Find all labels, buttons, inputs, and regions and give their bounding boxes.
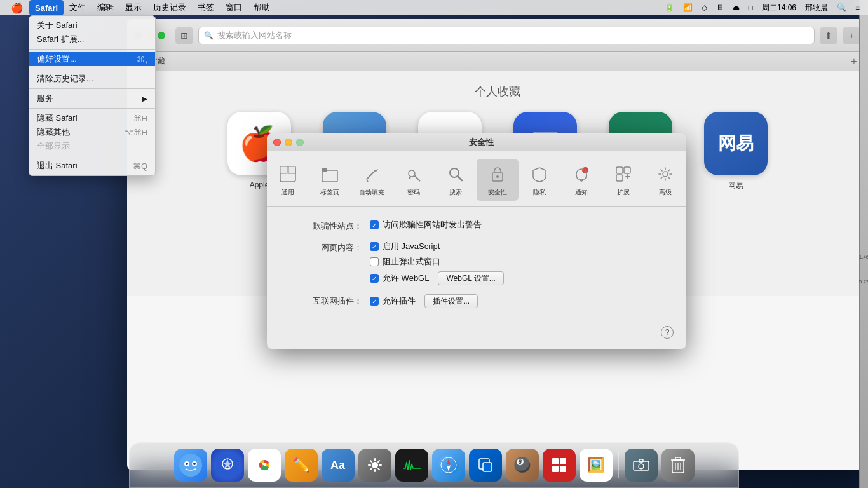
- dock-brush[interactable]: ✏️: [285, 449, 318, 482]
- svg-point-21: [663, 172, 668, 177]
- svg-rect-18: [616, 167, 623, 173]
- pref-tab-autofill[interactable]: 自动填充: [351, 159, 393, 201]
- autofill-icon: [360, 163, 383, 186]
- address-bar[interactable]: 🔍 搜索或输入网站名称: [198, 27, 815, 44]
- pref-tab-advanced[interactable]: 高级: [644, 159, 686, 201]
- dock-screencapture[interactable]: [625, 449, 658, 482]
- dock-trash[interactable]: [661, 449, 695, 482]
- dock-safari[interactable]: [432, 449, 465, 482]
- history-menu-item[interactable]: 历史记录: [147, 0, 192, 15]
- share-button[interactable]: ⬆: [820, 27, 837, 44]
- menu-separator-1: [29, 49, 155, 50]
- pref-close-button[interactable]: [273, 139, 281, 146]
- search-icon: 🔍: [204, 31, 214, 40]
- pref-minimize-button[interactable]: [285, 139, 292, 146]
- address-placeholder: 搜索或输入网站名称: [217, 30, 292, 41]
- pref-tab-tabs[interactable]: 标签页: [309, 159, 351, 201]
- pref-tab-search[interactable]: 搜索: [435, 159, 477, 201]
- notification-icon[interactable]: ≡: [852, 0, 863, 15]
- svg-rect-38: [483, 463, 492, 471]
- view-menu-item[interactable]: 显示: [119, 0, 147, 15]
- svg-line-9: [415, 176, 420, 181]
- dock-activity[interactable]: [395, 449, 428, 482]
- search-icon[interactable]: 🔍: [834, 0, 850, 15]
- fav-item-163[interactable]: 网易 网易: [695, 112, 777, 191]
- svg-rect-48: [675, 458, 681, 460]
- security-section: 欺骗性站点： ✓ 访问欺骗性网站时发出警告 网页内容： ✓ 启用 JavaScr…: [286, 219, 667, 308]
- svg-rect-1: [280, 166, 287, 173]
- dock-dictionary[interactable]: Aa: [322, 449, 355, 482]
- allow-webgl-label: 允许 WebGL: [383, 273, 429, 284]
- maximize-button[interactable]: [158, 32, 165, 39]
- svg-point-45: [639, 464, 644, 469]
- fraud-site-label: 欺骗性站点：: [286, 219, 362, 232]
- pref-tab-security[interactable]: 安全性: [477, 159, 519, 201]
- menu-separator-4: [29, 108, 155, 109]
- svg-rect-19: [624, 167, 630, 173]
- services-item[interactable]: 服务 ▶: [29, 92, 155, 105]
- tabs-icon: [318, 163, 341, 186]
- plugin-settings-button[interactable]: 插件设置...: [424, 294, 478, 308]
- pref-tab-notifications[interactable]: 通知: [560, 159, 602, 201]
- new-tab-button[interactable]: +: [843, 27, 860, 44]
- svg-rect-44: [639, 459, 643, 462]
- about-safari-item[interactable]: 关于 Safari: [29, 18, 155, 32]
- svg-point-8: [409, 170, 415, 177]
- allow-webgl-checkbox[interactable]: ✓: [370, 274, 379, 283]
- user-name: 邢牧晨: [802, 0, 831, 15]
- svg-rect-41: [552, 466, 559, 472]
- block-popup-checkbox[interactable]: [370, 257, 379, 266]
- dock-marble[interactable]: 🎱: [506, 449, 539, 482]
- webgl-row: ✓ 允许 WebGL WebGL 设置...: [370, 271, 504, 285]
- dock-preview[interactable]: 🖼️: [580, 449, 613, 482]
- pref-zoom-button[interactable]: [296, 139, 304, 146]
- window-menu-item[interactable]: 窗口: [220, 0, 248, 15]
- safari-dropdown-menu: 关于 Safari Safari 扩展... 偏好设置... ⌘, 清除历史记录…: [29, 15, 156, 176]
- safari-menu-item[interactable]: Safari: [29, 0, 64, 15]
- preferences-item[interactable]: 偏好设置... ⌘,: [29, 52, 155, 66]
- svg-rect-20: [616, 175, 623, 181]
- safari-extensions-item[interactable]: Safari 扩展...: [29, 32, 155, 46]
- edit-menu-item[interactable]: 编辑: [92, 0, 119, 15]
- help-button[interactable]: ?: [661, 326, 674, 339]
- bookmarks-menu-item[interactable]: 书签: [192, 0, 220, 15]
- dock-chrome[interactable]: [248, 449, 281, 482]
- hide-others-item[interactable]: 隐藏其他 ⌥⌘H: [29, 125, 155, 139]
- tab-overview-button[interactable]: ⊞: [175, 27, 193, 44]
- pref-tab-extensions[interactable]: 扩展: [602, 159, 644, 201]
- advanced-tab-label: 高级: [659, 188, 672, 197]
- clear-history-item[interactable]: 清除历史记录...: [29, 72, 155, 86]
- warn-fraud-checkbox[interactable]: ✓: [370, 220, 379, 229]
- plugins-label: 互联网插件：: [286, 294, 362, 307]
- webgl-settings-button[interactable]: WebGL 设置...: [438, 271, 503, 285]
- menu-separator-2: [29, 69, 155, 69]
- pref-tab-passwords[interactable]: 密码: [393, 159, 435, 201]
- dock: ✏️ Aa 🎱 🖼️: [0, 437, 868, 488]
- file-menu-item[interactable]: 文件: [64, 0, 92, 15]
- dock-launchpad2[interactable]: [543, 449, 576, 482]
- help-menu-item[interactable]: 帮助: [248, 0, 276, 15]
- dock-finder[interactable]: [174, 449, 207, 482]
- quit-safari-item[interactable]: 退出 Safari ⌘Q: [29, 159, 155, 173]
- warn-fraud-row: ✓ 访问欺骗性网站时发出警告: [370, 219, 482, 231]
- extensions-icon: [612, 163, 635, 186]
- dock-system-prefs[interactable]: [358, 449, 391, 482]
- enable-js-checkbox[interactable]: ✓: [370, 242, 379, 251]
- popup-row: 阻止弹出式窗口: [370, 256, 504, 268]
- block-popup-label: 阻止弹出式窗口: [383, 256, 440, 268]
- general-tab-label: 通用: [281, 188, 294, 197]
- pref-tab-general[interactable]: 通用: [267, 159, 309, 201]
- dock-launchpad[interactable]: [211, 449, 244, 482]
- safari-toolbar: ⊞ 🔍 搜索或输入网站名称 ⬆ +: [127, 19, 868, 52]
- apple-menu-icon[interactable]: 🍎: [5, 0, 29, 15]
- hide-safari-item[interactable]: 隐藏 Safari ⌘H: [29, 111, 155, 125]
- add-bookmark-button[interactable]: +: [848, 55, 860, 68]
- allow-plugins-checkbox[interactable]: ✓: [370, 297, 379, 306]
- show-all-item[interactable]: 全部显示: [29, 139, 155, 153]
- right-number-1: 1.46: [859, 254, 868, 260]
- pref-tab-privacy[interactable]: 隐私: [519, 159, 560, 201]
- svg-rect-40: [560, 458, 566, 464]
- dock-virtualbox[interactable]: [469, 449, 502, 482]
- svg-point-22: [179, 454, 202, 477]
- extensions-tab-label: 扩展: [617, 188, 630, 197]
